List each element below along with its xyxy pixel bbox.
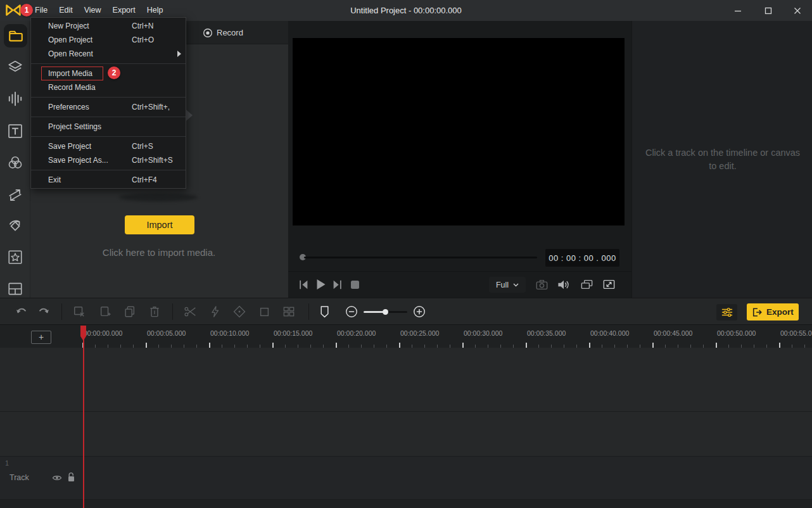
ruler-label: 00:00:00.000 (84, 329, 122, 337)
next-frame-button[interactable] (329, 277, 345, 292)
timeline-zoom-out-button[interactable] (344, 304, 359, 319)
snapshot-camera-button[interactable] (534, 277, 549, 292)
menu-separator (31, 63, 186, 64)
fullscreen-button[interactable] (601, 277, 616, 292)
track-name-label: Track (10, 473, 29, 482)
delete-button[interactable] (147, 304, 162, 319)
audio-waveform-icon[interactable] (7, 91, 23, 107)
undo-button[interactable] (15, 304, 30, 319)
volume-button[interactable] (556, 277, 571, 292)
shortcut: Ctrl+Shift+, (132, 103, 170, 111)
playhead-line[interactable] (83, 326, 84, 508)
timeline-row[interactable] (0, 348, 812, 412)
minimize-button[interactable] (726, 0, 750, 21)
menu-item-preferences[interactable]: Preferences Ctrl+Shift+, (31, 100, 186, 114)
export-button[interactable]: Export (747, 303, 799, 321)
track-lock-icon[interactable] (67, 472, 75, 483)
split-screen-icon[interactable] (7, 281, 23, 297)
filters-icon[interactable] (7, 155, 23, 171)
layers-icon[interactable] (7, 59, 23, 75)
ruler-label: 00:00:25.000 (400, 329, 439, 337)
ruler-label: 00:00:50.000 (717, 329, 756, 337)
export-icon (752, 307, 763, 317)
annotation-step-1-badge: 1 (20, 4, 33, 16)
previous-frame-button[interactable] (296, 277, 312, 292)
timeline-zoom-in-button[interactable] (412, 304, 427, 319)
timeline-toolbar: Export (0, 298, 812, 324)
preview-panel: 00 : 00 : 00 . 000 Full (288, 21, 631, 298)
tab-record[interactable]: Record (203, 21, 243, 44)
speed-button[interactable] (207, 304, 222, 319)
crop-button[interactable] (257, 304, 272, 319)
shortcut: Ctrl+S (132, 142, 153, 151)
app-window: Untitled Project - 00:00:00.000 File Edi… (0, 0, 812, 508)
ruler-label: 00:00:20.000 (337, 329, 376, 337)
export-button-label: Export (766, 307, 794, 317)
export-settings-button[interactable] (716, 304, 737, 321)
maximize-button[interactable] (756, 0, 780, 21)
preview-zoom-select[interactable]: Full (489, 277, 526, 293)
ruler-labels: 00:00:00.00000:00:05.00000:00:10.00000:0… (0, 329, 812, 338)
sidebar-item-media[interactable] (4, 24, 27, 48)
ruler-label: 00:00:30.000 (464, 329, 502, 337)
toolbar-divider (61, 303, 62, 320)
marker-button[interactable] (317, 304, 332, 319)
menu-item-record-media[interactable]: Record Media (31, 80, 186, 94)
annotation-step-2-badge: 2 (108, 67, 120, 79)
menu-separator (31, 136, 186, 137)
timeline-row[interactable] (0, 412, 812, 457)
chevron-down-icon (513, 283, 519, 287)
menu-separator (31, 170, 186, 170)
annotation-import-media-outline (41, 67, 103, 80)
transitions-icon[interactable] (7, 187, 23, 203)
left-sidebar (0, 21, 30, 298)
paste-button[interactable] (98, 304, 113, 319)
toolbar-divider (172, 303, 173, 320)
duplicate-button[interactable] (122, 304, 137, 319)
menu-item-save-project-as[interactable]: Save Project As... Ctrl+Shift+S (31, 153, 186, 167)
menu-item-open-recent[interactable]: Open Recent (31, 47, 186, 61)
close-button[interactable] (785, 0, 809, 21)
keyframe-button[interactable] (232, 304, 247, 319)
menu-item-import-media[interactable]: Import Media 2 (31, 67, 186, 80)
redo-button[interactable] (35, 304, 51, 319)
timeline-zoom-slider-handle[interactable] (383, 309, 388, 315)
timecode-display: 00 : 00 : 00 . 000 (545, 249, 619, 267)
menu-item-save-project[interactable]: Save Project Ctrl+S (31, 139, 186, 153)
track-number: 1 (5, 459, 9, 467)
import-illustration-shadow (119, 193, 198, 201)
seek-bar[interactable] (304, 257, 537, 258)
preview-zoom-value: Full (496, 281, 509, 289)
menu-item-new-project[interactable]: New Project Ctrl+N (31, 19, 186, 33)
record-tab-label: Record (217, 28, 243, 37)
ruler-label: 00:00:10.000 (210, 329, 249, 337)
cut-button[interactable] (72, 304, 87, 319)
split-button[interactable] (182, 304, 198, 319)
timeline-tracks-area: 1 Track (0, 348, 812, 508)
text-icon[interactable] (7, 123, 23, 139)
shortcut: Ctrl+Shift+S (132, 156, 173, 165)
stop-button[interactable] (347, 277, 362, 292)
adjust-sliders-icon (721, 307, 733, 318)
record-icon (203, 28, 213, 38)
import-button[interactable]: Import (125, 215, 194, 234)
menu-item-project-settings[interactable]: Project Settings (31, 120, 186, 134)
layout-button[interactable] (281, 304, 296, 319)
import-hint-text[interactable]: Click here to import media. (76, 247, 242, 258)
dual-screen-button[interactable] (579, 277, 594, 292)
ruler-ticks-major (82, 343, 812, 348)
menu-item-exit[interactable]: Exit Ctrl+F4 (31, 173, 186, 187)
elements-icon[interactable] (7, 249, 23, 265)
motion-icon[interactable] (7, 218, 23, 234)
play-button[interactable] (313, 277, 328, 292)
video-canvas[interactable] (293, 38, 625, 225)
menu-item-open-project[interactable]: Open Project Ctrl+O (31, 33, 186, 47)
properties-hint-text: Click a track on the timeline or canvas … (640, 146, 805, 173)
track-visibility-eye-icon[interactable] (52, 474, 62, 483)
ruler-label: 00:00:35.000 (527, 329, 566, 337)
ruler-label: 00:00:55.000 (780, 329, 812, 337)
ruler-label: 00:00:05.000 (147, 329, 186, 337)
submenu-arrow-icon (177, 51, 181, 57)
timeline-track-row[interactable] (0, 457, 812, 500)
timeline-ruler[interactable]: + 00:00:00.00000:00:05.00000:00:10.00000… (0, 324, 812, 348)
